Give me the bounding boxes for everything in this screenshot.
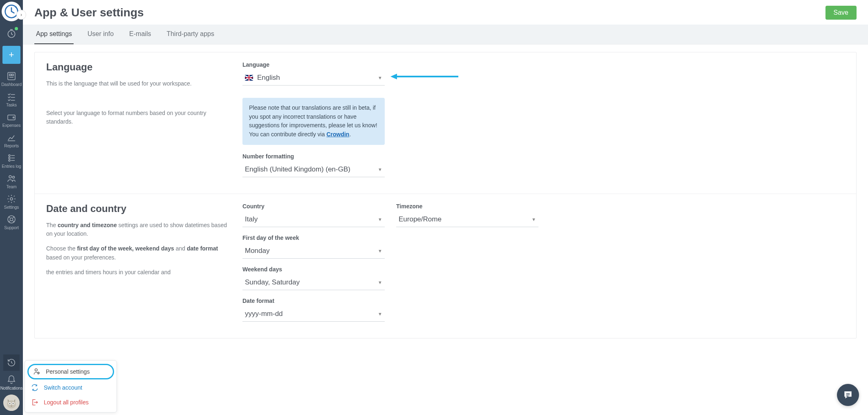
language-desc2: Select your language to format numbers b… — [46, 109, 232, 126]
sidebar-item-dashboard[interactable]: Dashboard — [0, 71, 23, 87]
translation-note: Please note that our translations are st… — [242, 98, 385, 145]
sidebar-item-support[interactable]: Support — [0, 214, 23, 230]
firstday-dropdown[interactable]: Monday ▼ — [242, 244, 385, 259]
svg-point-21 — [35, 369, 37, 371]
svg-point-6 — [13, 117, 14, 118]
sidebar-item-notifications[interactable]: Notifications — [0, 375, 23, 390]
language-heading: Language — [46, 61, 232, 73]
chevron-down-icon: ▼ — [378, 311, 382, 316]
timer-icon[interactable] — [3, 25, 20, 42]
timezone-dropdown[interactable]: Europe/Rome ▼ — [396, 212, 538, 227]
sidebar-item-expenses[interactable]: Expenses — [0, 112, 23, 128]
country-value: Italy — [245, 215, 258, 223]
avatar[interactable] — [3, 395, 20, 411]
dateformat-dropdown[interactable]: yyyy-mm-dd ▼ — [242, 307, 385, 322]
timezone-value: Europe/Rome — [399, 215, 442, 223]
uk-flag-icon — [245, 75, 253, 81]
svg-rect-24 — [846, 393, 850, 394]
popup-switch-account[interactable]: Switch account — [25, 380, 117, 395]
tabs: App settings User info E-mails Third-par… — [23, 25, 868, 45]
history-icon[interactable] — [3, 354, 20, 371]
chat-fab[interactable] — [837, 384, 859, 406]
tab-emails[interactable]: E-mails — [128, 25, 153, 44]
date-desc3: the entries and timers hours in your cal… — [46, 268, 232, 277]
svg-rect-2 — [8, 72, 15, 80]
svg-point-18 — [9, 403, 11, 404]
popup-logout[interactable]: Logout all profiles — [25, 395, 117, 410]
language-dropdown[interactable]: English ▼ — [242, 70, 385, 86]
chevron-right-icon: › — [20, 12, 22, 18]
popup-personal-settings[interactable]: Personal settings — [27, 364, 114, 379]
svg-rect-4 — [12, 74, 13, 76]
crowdin-link[interactable]: Crowdin — [326, 131, 349, 138]
svg-rect-25 — [846, 395, 850, 395]
svg-point-12 — [10, 198, 13, 200]
app-logo[interactable]: › — [2, 2, 21, 21]
date-heading: Date and country — [46, 203, 232, 214]
number-format-dropdown[interactable]: English (United Kingdom) (en-GB) ▼ — [242, 162, 385, 177]
date-country-section: Date and country The country and timezon… — [35, 194, 856, 338]
svg-point-16 — [7, 400, 16, 408]
chevron-down-icon: ▼ — [378, 217, 382, 222]
sidebar: › + Dashboard Tasks Expenses Reports Ent… — [0, 0, 23, 415]
header: App & User settings Save — [23, 0, 868, 25]
language-value: English — [257, 74, 280, 82]
language-field-label: Language — [242, 61, 385, 68]
language-desc1: This is the language that will be used f… — [46, 79, 232, 88]
date-desc1: The country and timezone settings are us… — [46, 221, 232, 239]
svg-point-20 — [13, 403, 14, 404]
settings-panel: Language This is the language that will … — [34, 52, 857, 338]
svg-point-11 — [13, 176, 15, 178]
svg-point-7 — [9, 155, 10, 156]
firstday-value: Monday — [245, 247, 269, 255]
annotation-arrow — [390, 72, 459, 81]
main: App & User settings Save App settings Us… — [23, 0, 868, 415]
language-section: Language This is the language that will … — [35, 52, 856, 194]
sidebar-expand-toggle[interactable]: › — [16, 10, 26, 20]
chevron-down-icon: ▼ — [378, 167, 382, 172]
sidebar-item-entries-log[interactable]: Entries log — [0, 153, 23, 169]
tab-user-info[interactable]: User info — [86, 25, 115, 44]
chevron-down-icon: ▼ — [532, 217, 536, 222]
weekend-value: Sunday, Saturday — [245, 278, 300, 286]
chevron-down-icon: ▼ — [378, 248, 382, 253]
svg-point-14 — [10, 218, 13, 221]
tab-app-settings[interactable]: App settings — [34, 25, 74, 44]
content: Language This is the language that will … — [23, 45, 868, 415]
plus-icon: + — [9, 50, 14, 60]
weekend-dropdown[interactable]: Sunday, Saturday ▼ — [242, 275, 385, 290]
tab-third-party[interactable]: Third-party apps — [165, 25, 216, 44]
svg-rect-26 — [846, 396, 848, 397]
profile-popup: Personal settings Switch account Logout … — [25, 360, 117, 413]
dateformat-value: yyyy-mm-dd — [245, 310, 283, 318]
country-dropdown[interactable]: Italy ▼ — [242, 212, 385, 227]
sidebar-item-tasks[interactable]: Tasks — [0, 92, 23, 107]
add-button[interactable]: + — [2, 46, 20, 64]
chevron-down-icon: ▼ — [378, 75, 382, 80]
page-title: App & User settings — [34, 6, 144, 19]
sidebar-nav: Dashboard Tasks Expenses Reports Entries… — [0, 71, 23, 230]
save-button[interactable]: Save — [825, 6, 857, 20]
sidebar-item-team[interactable]: Team — [0, 174, 23, 189]
sidebar-item-reports[interactable]: Reports — [0, 133, 23, 148]
number-format-value: English (United Kingdom) (en-GB) — [245, 165, 350, 174]
timezone-label: Timezone — [396, 203, 538, 210]
svg-point-9 — [9, 160, 10, 161]
dateformat-label: Date format — [242, 298, 385, 304]
timer-status-dot — [15, 27, 18, 30]
svg-point-10 — [9, 176, 11, 178]
number-format-label: Number formatting — [242, 153, 385, 160]
svg-rect-3 — [9, 74, 11, 76]
firstday-label: First day of the week — [242, 235, 385, 241]
chevron-down-icon: ▼ — [378, 280, 382, 285]
weekend-label: Weekend days — [242, 266, 385, 273]
country-label: Country — [242, 203, 385, 210]
sidebar-item-settings[interactable]: Settings — [0, 194, 23, 210]
svg-point-8 — [9, 157, 10, 159]
date-desc2: Choose the first day of the week, weeken… — [46, 244, 232, 262]
